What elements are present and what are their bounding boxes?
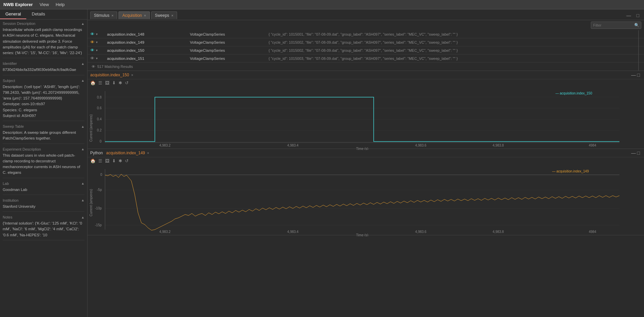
sidebar-tabs: General Details <box>0 9 87 19</box>
svg-text:-5p: -5p <box>97 188 102 192</box>
collapse-arrow-subject[interactable]: ▲ <box>81 79 84 82</box>
menu-view[interactable]: View <box>39 2 49 7</box>
toolbar-reset-icon-150[interactable]: ↺ <box>125 80 129 85</box>
collapse-arrow-experiment[interactable]: ▲ <box>81 147 84 151</box>
toolbar-menu-icon-150[interactable]: ☰ <box>98 80 102 85</box>
tab-acquisition[interactable]: Acquisition × <box>118 11 149 19</box>
svg-text:Time (s): Time (s) <box>356 147 368 150</box>
chevron-icon[interactable]: ▾ <box>96 40 98 44</box>
matching-results: 👁 517 Matching Results <box>88 63 644 71</box>
section-header-experiment[interactable]: Experiment Description ▲ <box>3 147 84 151</box>
svg-text:0: 0 <box>100 173 102 176</box>
eye-icon[interactable]: 👁 <box>90 40 95 45</box>
section-lab: Lab ▲ Goodman Lab <box>0 180 87 196</box>
minimize-plot-150[interactable]: — □ <box>630 72 641 78</box>
collapse-arrow-sweep[interactable]: ▲ <box>81 125 84 128</box>
svg-text:Current (amperes): Current (amperes) <box>89 189 93 216</box>
svg-text:Time (s): Time (s) <box>356 233 368 236</box>
filter-bar: 🔍 <box>88 20 644 30</box>
plot-toolbar-149: 🏠 ☰ 🖼 ⬇ ✱ ↺ <box>88 157 644 164</box>
row-type-cell: VoltageClampSeries <box>187 46 266 54</box>
chevron-icon[interactable]: ▾ <box>96 56 98 60</box>
svg-text:— acquisition.index_149: — acquisition.index_149 <box>552 169 589 173</box>
section-identifier: Identifier ▲ 8730d24bbcfa332af9030eb6fac… <box>0 60 87 76</box>
section-sweep-table: Sweep Table ▲ Description: A sweep table… <box>0 122 87 145</box>
section-header-lab[interactable]: Lab ▲ <box>3 182 84 186</box>
collapse-arrow-institution[interactable]: ▲ <box>81 198 84 202</box>
row-eye-cell: 👁 ▾ <box>88 30 104 38</box>
section-subject: Subject ▲ Description: {'cell type': 'AS… <box>0 77 87 123</box>
toolbar-home-icon-149[interactable]: 🏠 <box>90 158 96 163</box>
row-name-cell: acquisition.index_148 <box>104 30 187 38</box>
table-row: 👁 ▾ acquisition.index_150 VoltageClampSe… <box>88 46 644 54</box>
row-type-cell: VoltageClampSeries <box>187 54 266 63</box>
toolbar-menu-icon-149[interactable]: ☰ <box>98 158 102 163</box>
svg-text:Current (amperes): Current (amperes) <box>89 114 93 142</box>
sidebar-tab-details[interactable]: Details <box>26 9 50 19</box>
toolbar-image-icon-149[interactable]: 🖼 <box>105 158 109 163</box>
minimize-tab-area[interactable]: — <box>624 12 633 19</box>
toolbar-settings-icon-149[interactable]: ✱ <box>118 158 122 163</box>
svg-text:4,983.4: 4,983.4 <box>287 144 299 147</box>
chevron-icon[interactable]: ▾ <box>96 48 98 52</box>
toolbar-settings-icon-150[interactable]: ✱ <box>118 80 122 85</box>
row-meta-cell: { "cycle_id": 1015002, "file": "07-08-09… <box>266 46 644 54</box>
chart-svg-150: Current (amperes) 0 0.2 0.4 0.6 0.8 <box>88 88 640 150</box>
app-title: NWB Explorer <box>3 2 33 7</box>
section-session-description: Session Description ▲ Intracellular whol… <box>0 19 87 60</box>
section-header-subject[interactable]: Subject ▲ <box>3 79 84 83</box>
close-plot-149[interactable]: × <box>147 151 149 155</box>
sidebar-tab-general[interactable]: General <box>0 9 26 19</box>
section-header-sweep[interactable]: Sweep Table ▲ <box>3 124 84 128</box>
tab-stimulus[interactable]: Stimulus × <box>90 11 117 19</box>
row-meta-cell: { "cycle_id": 1015002, "file": "07-08-09… <box>266 38 644 46</box>
row-name-cell: acquisition.index_150 <box>104 46 187 54</box>
section-header-notes[interactable]: Notes ▲ <box>3 215 84 219</box>
eye-icon[interactable]: 👁 <box>90 48 95 53</box>
plot-panel-149-header: Python acquisition.index_149 × — □ <box>88 149 644 157</box>
table-row: 👁 ▾ acquisition.index_149 VoltageClampSe… <box>88 38 644 46</box>
plot-chart-149: Current (amperes) 0 -5p -10p -15p <box>88 164 644 235</box>
section-header-identifier[interactable]: Identifier ▲ <box>3 62 84 66</box>
close-plot-150[interactable]: × <box>131 73 133 77</box>
svg-text:-15p: -15p <box>95 223 102 227</box>
eye-icon[interactable]: 👁 <box>90 56 95 61</box>
toolbar-reset-icon-149[interactable]: ↺ <box>125 158 129 163</box>
section-header-session[interactable]: Session Description ▲ <box>3 22 84 26</box>
toolbar-image-icon-150[interactable]: 🖼 <box>105 80 109 85</box>
tab-sweeps[interactable]: Sweeps × <box>151 11 177 19</box>
section-content-experiment: This dataset uses in vivo whole-cell pat… <box>3 153 84 178</box>
collapse-arrow-session[interactable]: ▲ <box>81 22 84 26</box>
sidebar: General Details Session Description ▲ In… <box>0 9 88 317</box>
menu-help[interactable]: Help <box>56 2 65 7</box>
toolbar-download-icon-150[interactable]: ⬇ <box>112 80 116 85</box>
section-content-institution: Stanford University <box>3 204 84 212</box>
minimize-plot-149[interactable]: — □ <box>630 150 641 156</box>
menu-bar: NWB Explorer View Help <box>0 0 644 9</box>
section-header-institution[interactable]: Institution ▲ <box>3 198 84 202</box>
collapse-arrow-lab[interactable]: ▲ <box>81 182 84 185</box>
toolbar-home-icon-150[interactable]: 🏠 <box>90 80 96 85</box>
chevron-icon[interactable]: ▾ <box>96 32 98 36</box>
maximize-tab-area[interactable]: □ <box>635 12 641 19</box>
plot-panel-150-header: acquisition.index_150 × — □ <box>88 71 644 79</box>
close-acquisition-tab[interactable]: × <box>144 13 146 17</box>
collapse-arrow-identifier[interactable]: ▲ <box>81 62 84 66</box>
section-content-notes: {'Internal solution': {'K-Gluc': '125 mM… <box>3 221 84 240</box>
plot-149-label: acquisition.index_149 <box>106 151 145 155</box>
section-content-sweep: Description: A sweep table groups differ… <box>3 130 84 144</box>
filter-input[interactable] <box>591 22 641 29</box>
close-stimulus-tab[interactable]: × <box>111 13 113 17</box>
section-content-subject: Description: {'cell type': 'ASHR', 'leng… <box>3 84 84 121</box>
toolbar-download-icon-149[interactable]: ⬇ <box>112 158 116 163</box>
svg-text:0.4: 0.4 <box>97 117 102 121</box>
close-sweeps-tab[interactable]: × <box>171 13 173 17</box>
eye-icon[interactable]: 👁 <box>90 32 95 37</box>
collapse-arrow-notes[interactable]: ▲ <box>81 215 84 219</box>
content-area: Stimulus × Acquisition × Sweeps × — □ 🔍 <box>88 9 644 317</box>
table-area: 🔍 👁 ▾ acquisition.index_148 VoltageClamp… <box>88 20 644 71</box>
section-institution: Institution ▲ Stanford University <box>0 196 87 213</box>
row-meta-cell: { "cycle_id": 1015003, "file": "07-08-09… <box>266 54 644 63</box>
svg-text:-10p: -10p <box>95 206 102 210</box>
section-content-identifier: 8730d24bbcfa332af9030eb6facfc9adfc0ae <box>3 67 84 75</box>
